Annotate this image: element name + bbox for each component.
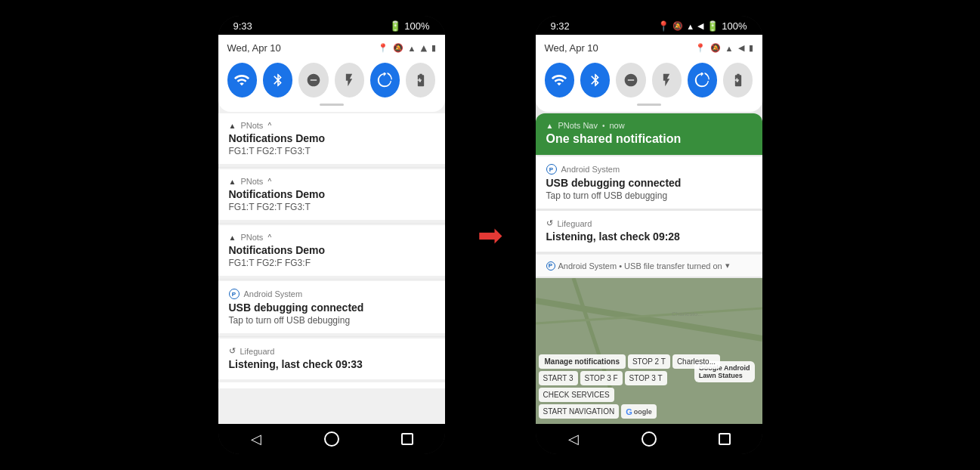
usb-footer-text: P Android System • USB file transfer tur…: [546, 261, 752, 271]
notif-app-row-lifeguard-left: ↺ Lifeguard: [229, 346, 434, 356]
left-notifications-list: ▲ PNots ^ Notifications Demo FG1:T FG2:T…: [218, 113, 445, 424]
usb-footer-card[interactable]: P Android System • USB file transfer tur…: [536, 254, 762, 277]
caret-up-3: ^: [267, 233, 271, 242]
left-notification-panel: Wed, Apr 10 📍 🔕 ▲ ◀ ▮: [218, 35, 445, 424]
notif-pnots-1[interactable]: ▲ PNots ^ Notifications Demo FG1:T FG2:T…: [218, 113, 445, 164]
bt-btn-r[interactable]: [580, 63, 610, 97]
notif-lifeguard-right[interactable]: ↺ Lifeguard Listening, last check 09:28: [536, 211, 762, 252]
signal-s-icon-r: ◀: [738, 43, 744, 53]
pnots-icon-1: ▲: [229, 122, 236, 130]
wifi-button[interactable]: [227, 63, 257, 97]
rotate-btn-r[interactable]: [688, 63, 717, 97]
right-status-icons: 📍 🔕 ▲ ◀ 🔋 100%: [657, 20, 747, 32]
divider-1: [218, 167, 445, 168]
battery-percent-right: 100%: [722, 20, 747, 32]
stop3f-button[interactable]: STOP 3 F: [580, 371, 623, 385]
left-quick-settings: Wed, Apr 10 📍 🔕 ▲ ◀ ▮: [218, 35, 445, 112]
pnots-nav-icon: ▲: [546, 122, 554, 130]
notif-lifeguard-left[interactable]: ↺ Lifeguard Listening, last check 09:33: [218, 339, 445, 379]
google-badge: G oogle: [621, 404, 657, 419]
dnd-btn-r[interactable]: [616, 63, 645, 97]
notif-app-name-lifeguard-right: Lifeguard: [558, 219, 592, 228]
map-row-3: CHECK SERVICES: [539, 388, 759, 402]
svg-text:Charlesto...: Charlesto...: [672, 311, 703, 317]
stop2t-button[interactable]: STOP 2 T: [628, 354, 670, 369]
right-nav-bar: ◁: [536, 424, 762, 454]
battery-percent: 100%: [404, 20, 429, 32]
battery-icon-right: 🔋: [706, 20, 719, 32]
left-status-icons: 🔋 100%: [389, 20, 429, 32]
battery-saver-button[interactable]: [406, 63, 435, 97]
pnots-nav-time: now: [610, 121, 625, 130]
notif-title-2: Notifications Demo: [229, 188, 434, 200]
notif-pnots-2[interactable]: ▲ PNots ^ Notifications Demo FG1:T FG2:T…: [218, 169, 445, 220]
recents-button-left[interactable]: [394, 425, 421, 453]
home-button-left[interactable]: [318, 425, 345, 453]
bell-icon-r: 🔕: [710, 43, 721, 53]
dnd-button[interactable]: [298, 63, 328, 97]
notif-app-row: ▲ PNots ^: [229, 121, 434, 130]
flash-btn-r[interactable]: [652, 63, 682, 97]
start-navigation-button[interactable]: START NAVIGATION: [539, 404, 620, 419]
map-area: Charlesto... Google AndroidLawn Statues …: [536, 278, 762, 424]
android-icon-left: P: [229, 289, 240, 299]
notif-body-3: FG1:T FG2:F FG3:F: [229, 258, 434, 268]
usb-footer-icon: P: [546, 261, 555, 271]
right-notification-panel: Wed, Apr 10 📍 🔕 ▲ ◀ ▮: [536, 35, 762, 424]
notif-pnots-3[interactable]: ▲ PNots ^ Notifications Demo FG1:T FG2:F…: [218, 225, 445, 276]
notif-body-2: FG1:T FG2:T FG3:T: [229, 202, 434, 212]
notif-app-name-3: PNots: [240, 233, 263, 242]
stop3t-button[interactable]: STOP 3 T: [625, 371, 667, 385]
right-qs-status-icons: 📍 🔕 ▲ ◀ ▮: [695, 43, 753, 53]
divider-4: [218, 336, 445, 337]
recents-button-right[interactable]: [711, 425, 738, 453]
notif-app-name-1: PNots: [240, 121, 263, 130]
bat-s-icon-r: ▮: [749, 43, 753, 53]
usb-footer-label: Android System • USB file transfer turne…: [558, 261, 722, 271]
location-icon: 📍: [378, 43, 388, 53]
right-qs-header: Wed, Apr 10 📍 🔕 ▲ ◀ ▮: [545, 42, 753, 54]
wifi-btn-r[interactable]: [545, 63, 574, 97]
notif-app-row-usb-right: P Android System: [546, 164, 752, 175]
notif-app-name-lifeguard-left: Lifeguard: [240, 347, 275, 356]
battery-status-icon: ▮: [431, 43, 436, 53]
home-button-right[interactable]: [635, 425, 663, 453]
pnots-nav-app-name: PNots Nav: [558, 121, 598, 130]
charlesto-button[interactable]: Charlesto...: [672, 354, 720, 369]
bluetooth-button[interactable]: [263, 63, 292, 97]
rotate-button[interactable]: [370, 63, 400, 97]
caret-up-1: ^: [267, 122, 271, 130]
left-phone-screen: 9:33 🔋 100% Wed, Apr 10 📍 🔕 ▲ ◀ ▮: [218, 16, 445, 454]
left-qs-buttons: [227, 60, 436, 100]
notif-title-1: Notifications Demo: [229, 132, 434, 144]
arrow-container: ➡: [468, 218, 513, 252]
back-button-left[interactable]: ◁: [243, 425, 270, 453]
pnots-icon-2: ▲: [229, 178, 236, 186]
notif-body-usb-right: Tap to turn off USB debugging: [546, 190, 752, 201]
wifi-s-icon-r: ▲: [725, 44, 734, 53]
batsave-btn-r[interactable]: [723, 63, 753, 97]
pnots-nav-app-row: ▲ PNots Nav • now: [546, 121, 752, 130]
left-date: Wed, Apr 10: [227, 42, 281, 54]
map-overlay-buttons: Manage notifications STOP 2 T Charlesto.…: [536, 351, 762, 424]
map-row-4: START NAVIGATION G oogle: [539, 404, 759, 419]
notif-app-row-usb-left: P Android System: [229, 289, 434, 299]
manage-notifications-button[interactable]: Manage notifications: [539, 354, 626, 369]
notif-android-usb-left[interactable]: P Android System USB debugging connected…: [218, 281, 445, 333]
pnots-nav-title: One shared notification: [546, 132, 752, 146]
pnots-nav-notif[interactable]: ▲ PNots Nav • now One shared notificatio…: [536, 113, 762, 155]
right-time: 9:32: [551, 20, 570, 32]
usb-footer-dropdown-icon: ▾: [725, 261, 730, 271]
notif-body-1: FG1:T FG2:T FG3:T: [229, 146, 434, 156]
back-button-right[interactable]: ◁: [560, 425, 587, 453]
divider-2: [218, 223, 445, 224]
signal-icon: ◀: [419, 45, 428, 51]
notif-title-3: Notifications Demo: [229, 244, 434, 256]
check-services-button[interactable]: CHECK SERVICES: [539, 388, 614, 402]
notif-android-usb-right[interactable]: P Android System USB debugging connected…: [536, 156, 762, 209]
qs-handle: [320, 104, 344, 106]
google-text: oogle: [634, 408, 652, 416]
flashlight-button[interactable]: [335, 63, 364, 97]
location-icon-right: 📍: [657, 20, 669, 32]
start3-button[interactable]: START 3: [539, 371, 578, 385]
